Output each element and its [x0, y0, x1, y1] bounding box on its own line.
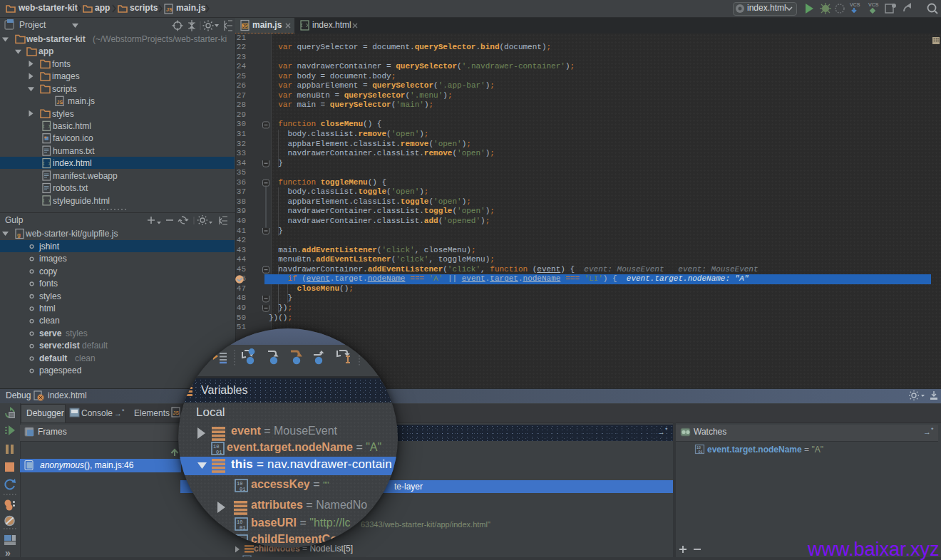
svg-text:JS: JS [173, 410, 180, 415]
svg-text:VCS: VCS [868, 2, 879, 7]
svg-text:JS: JS [166, 7, 173, 12]
svg-text:JS: JS [57, 100, 63, 105]
svg-text:JS: JS [242, 24, 249, 28]
svg-text:01: 01 [699, 450, 703, 455]
svg-text:g: g [17, 232, 21, 238]
svg-text:VCS: VCS [850, 2, 860, 7]
svg-text:01: 01 [216, 450, 222, 455]
svg-text:01: 01 [240, 525, 245, 531]
svg-text:01: 01 [240, 487, 245, 492]
